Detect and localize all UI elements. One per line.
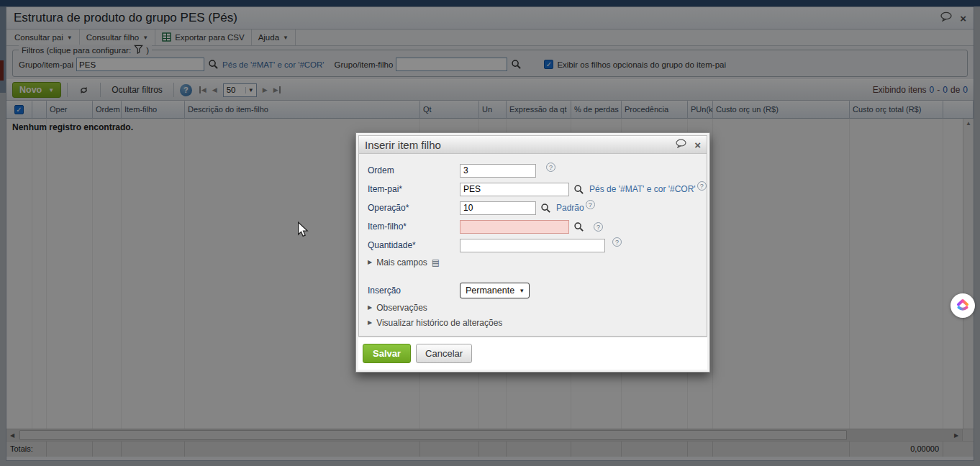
help-icon[interactable]: ? bbox=[697, 181, 707, 191]
clickup-badge[interactable] bbox=[950, 293, 975, 318]
insercao-select[interactable]: Permanente ▾ bbox=[460, 283, 530, 298]
dialog-title: Inserir item filho bbox=[365, 139, 675, 151]
observacoes-toggle[interactable]: ▶ Observações bbox=[368, 300, 698, 315]
inserir-item-filho-dialog: Inserir item filho × Ordem ? Item-pai* P… bbox=[355, 132, 710, 373]
disclosure-icon: ▶ bbox=[368, 259, 372, 265]
quantidade-input[interactable] bbox=[460, 239, 605, 252]
operacao-label: Operação* bbox=[368, 203, 460, 213]
dialog-titlebar: Inserir item filho × bbox=[358, 135, 707, 154]
ordem-field-row: Ordem ? bbox=[368, 161, 698, 180]
help-icon[interactable]: ? bbox=[586, 200, 595, 209]
search-icon[interactable] bbox=[540, 203, 551, 214]
mais-campos-toggle[interactable]: ▶ Mais campos ▤ bbox=[368, 255, 698, 270]
help-icon[interactable]: ? bbox=[612, 237, 622, 247]
item-pai-description: Pés de '#MAT' e cor '#COR' bbox=[589, 184, 696, 194]
ordem-label: Ordem bbox=[368, 165, 460, 175]
item-pai-input[interactable] bbox=[460, 183, 569, 196]
mouse-cursor bbox=[296, 221, 309, 240]
insercao-label: Inserção bbox=[368, 285, 460, 296]
help-icon[interactable]: ? bbox=[546, 163, 555, 172]
dialog-footer: Salvar Cancelar bbox=[358, 337, 707, 370]
salvar-button[interactable]: Salvar bbox=[363, 344, 411, 363]
form-fields-icon: ▤ bbox=[432, 257, 440, 268]
dialog-body: Ordem ? Item-pai* Pés de '#MAT' e cor '#… bbox=[358, 154, 707, 337]
item-pai-label: Item-pai* bbox=[368, 184, 460, 194]
cancelar-button[interactable]: Cancelar bbox=[416, 344, 472, 363]
quantidade-field-row: Quantidade* ? bbox=[368, 236, 698, 255]
quantidade-label: Quantidade* bbox=[368, 240, 460, 250]
item-filho-label: Item-filho* bbox=[368, 221, 460, 232]
item-filho-input[interactable] bbox=[460, 220, 569, 234]
chevron-down-icon: ▾ bbox=[520, 287, 524, 294]
help-icon[interactable]: ? bbox=[594, 222, 603, 232]
item-pai-field-row: Item-pai* Pés de '#MAT' e cor '#COR' ? bbox=[368, 180, 698, 198]
disclosure-icon: ▶ bbox=[368, 319, 372, 326]
ordem-input[interactable] bbox=[460, 164, 536, 178]
clickup-logo-icon bbox=[954, 297, 971, 314]
close-icon[interactable]: × bbox=[694, 140, 701, 150]
operacao-description: Padrão bbox=[556, 203, 584, 213]
item-filho-field-row: Item-filho* ? bbox=[368, 217, 698, 236]
disclosure-icon: ▶ bbox=[368, 304, 372, 311]
search-icon[interactable] bbox=[573, 221, 584, 232]
historico-toggle[interactable]: ▶ Visualizar histórico de alterações bbox=[368, 315, 698, 330]
insercao-field-row: Inserção Permanente ▾ bbox=[368, 281, 698, 300]
operacao-input[interactable] bbox=[460, 201, 536, 215]
operacao-field-row: Operação* Padrão ? bbox=[368, 198, 698, 217]
comment-bubble-icon[interactable] bbox=[675, 138, 687, 151]
search-icon[interactable] bbox=[573, 184, 584, 195]
